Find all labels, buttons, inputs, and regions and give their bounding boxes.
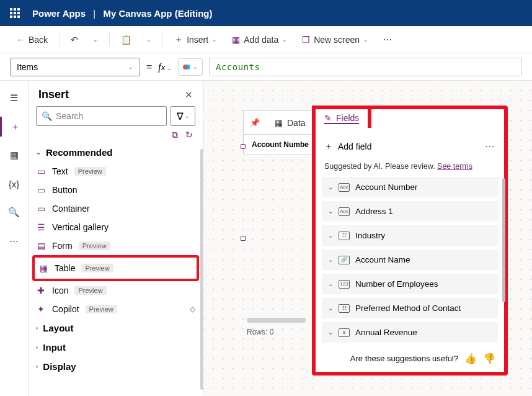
- currency-type-icon: $: [339, 328, 350, 337]
- insert-item-text[interactable]: ▭TextPreview: [32, 162, 199, 181]
- paste-button[interactable]: 📋: [115, 31, 138, 48]
- equals-label: =: [146, 61, 152, 73]
- back-button[interactable]: ← Back: [10, 31, 54, 48]
- command-bar: ← Back ↶ ⌄ 📋 ⌄ ＋ Insert ⌄ ▦ Add data ⌄ ❒…: [0, 26, 532, 53]
- scrollbar[interactable]: [502, 178, 505, 302]
- undo-button[interactable]: ↶: [64, 31, 84, 48]
- new-screen-button[interactable]: ❒ New screen ⌄: [296, 31, 375, 48]
- fields-panel: ✎ Fields ＋ Add field ⋯ Suggested by AI. …: [312, 106, 508, 376]
- selection-handle[interactable]: [241, 236, 246, 241]
- number-type-icon: 123: [339, 280, 350, 289]
- section-input[interactable]: ›Input: [32, 338, 199, 357]
- filter-button[interactable]: ∇⌄: [171, 106, 195, 126]
- title-bar: Power Apps | My Canvas App (Editing): [0, 0, 532, 26]
- arrow-left-icon: ←: [16, 35, 25, 45]
- insert-item-button[interactable]: ▭Button: [32, 181, 199, 199]
- optionset-type-icon: ☷: [339, 304, 350, 313]
- feedback-label: Are these suggestions useful?: [350, 354, 458, 363]
- section-recommended[interactable]: ⌄Recommended: [32, 143, 199, 162]
- undo-icon: ↶: [71, 35, 78, 45]
- braces-icon: {x}: [9, 179, 20, 189]
- table-icon: ▦: [38, 263, 48, 273]
- app-name: Power Apps: [32, 8, 86, 19]
- svg-point-1: [185, 65, 190, 70]
- field-item[interactable]: ⌄☷Preferred Method of Contact: [322, 298, 498, 318]
- field-item[interactable]: ⌄☷Industry: [322, 225, 498, 246]
- see-terms-link[interactable]: See terms: [437, 162, 472, 171]
- variables-rail[interactable]: {x}: [4, 174, 24, 194]
- insert-rail[interactable]: ＋: [5, 117, 25, 137]
- add-field-button[interactable]: ＋ Add field: [324, 141, 371, 152]
- copilot-icon: [182, 63, 191, 71]
- undo-split[interactable]: ⌄: [87, 33, 104, 47]
- tree-view-rail[interactable]: ☰: [4, 88, 24, 108]
- insert-item-container[interactable]: ▭Container: [32, 199, 199, 218]
- app-launcher-icon[interactable]: [6, 4, 24, 22]
- insert-item-table[interactable]: ▦TablePreview: [35, 259, 197, 277]
- insert-item-form[interactable]: ▤FormPreview: [32, 236, 199, 255]
- insert-item-icon[interactable]: ✚IconPreview: [32, 281, 199, 300]
- field-more-button[interactable]: ⋯: [485, 140, 495, 152]
- pin-icon[interactable]: 📌: [244, 118, 266, 127]
- left-rail: ☰ ＋ ▦ {x} 🔍 ⋯: [0, 81, 29, 396]
- selection-handle[interactable]: [241, 144, 246, 149]
- section-layout[interactable]: ›Layout: [32, 318, 199, 338]
- more-icon: ⋯: [9, 235, 19, 246]
- chevron-down-icon: ⌄: [128, 64, 133, 70]
- thumbs-down-button[interactable]: 👎: [483, 353, 495, 364]
- scrollbar[interactable]: [200, 149, 203, 390]
- ai-disclaimer: Suggested by AI. Please review. See term…: [316, 157, 504, 177]
- tab-fields[interactable]: ✎ Fields: [324, 113, 359, 124]
- data-icon: ▦: [232, 35, 240, 45]
- horizontal-scrollbar[interactable]: [247, 318, 306, 323]
- get-components-button[interactable]: ⧉: [172, 130, 178, 140]
- field-item[interactable]: ⌄🔗Account Name: [322, 250, 498, 270]
- field-item[interactable]: ⌄123Number of Employees: [322, 274, 498, 294]
- pane-title: Insert: [38, 88, 69, 101]
- data-rail[interactable]: ▦: [4, 145, 24, 165]
- plus-icon: ＋: [324, 141, 333, 152]
- gallery-icon: ☰: [36, 222, 46, 232]
- more-icon: ⋯: [383, 35, 392, 45]
- table-property-tabs: 📌 ▦Data: [243, 110, 315, 134]
- filter-icon: ∇: [177, 110, 184, 122]
- insert-pane: Insert ✕ 🔍 Search ∇⌄ ⧉ ↻ ⌄Recommended ▭T…: [29, 81, 203, 396]
- clipboard-icon: 📋: [121, 35, 131, 45]
- copilot-fx-button[interactable]: ⌄: [178, 58, 203, 76]
- doc-name: My Canvas App (Editing): [103, 8, 212, 19]
- shapes-icon: ✚: [36, 286, 46, 295]
- formula-bar: Items ⌄ = fx ⌄ ⌄: [0, 53, 532, 81]
- highlight-table-item: ▦TablePreview: [32, 255, 199, 281]
- rows-count: Rows: 0: [247, 328, 273, 336]
- search-icon: 🔍: [8, 207, 20, 218]
- insert-item-vgallery[interactable]: ☰Vertical gallery: [32, 218, 199, 236]
- paste-split[interactable]: ⌄: [140, 33, 157, 47]
- data-icon: ▦: [275, 118, 283, 128]
- insert-button[interactable]: ＋ Insert ⌄: [168, 30, 223, 49]
- form-icon: ▤: [36, 241, 46, 251]
- insert-item-copilot[interactable]: ✦CopilotPreview◇: [32, 300, 199, 318]
- plus-icon: ＋: [11, 121, 20, 133]
- add-data-button[interactable]: ▦ Add data ⌄: [226, 31, 293, 48]
- canvas[interactable]: 📌 ▦Data Account Numbe Rows: 0 ✎ Fields ＋…: [203, 81, 532, 396]
- property-dropdown[interactable]: Items ⌄: [10, 58, 140, 76]
- plus-icon: ＋: [174, 34, 183, 45]
- edit-icon: ✎: [324, 113, 332, 123]
- layers-icon: ☰: [10, 92, 18, 104]
- field-item[interactable]: ⌄$Annual Revenue: [322, 322, 498, 343]
- close-pane-button[interactable]: ✕: [185, 89, 193, 101]
- search-input[interactable]: 🔍 Search: [36, 106, 167, 126]
- thumbs-up-button[interactable]: 👍: [464, 353, 477, 364]
- overflow-button[interactable]: ⋯: [377, 31, 398, 48]
- formula-input[interactable]: [209, 58, 522, 76]
- section-display[interactable]: ›Display: [32, 357, 199, 376]
- tab-data[interactable]: ▦Data: [266, 111, 314, 134]
- search-rail[interactable]: 🔍: [4, 202, 24, 222]
- premium-icon: ◇: [190, 305, 195, 313]
- column-header[interactable]: Account Numbe: [243, 134, 317, 155]
- field-item[interactable]: ⌄AbcAccount Number: [322, 177, 498, 197]
- field-item[interactable]: ⌄AbcAddress 1: [322, 201, 498, 222]
- more-rail[interactable]: ⋯: [4, 231, 24, 251]
- refresh-button[interactable]: ↻: [185, 130, 193, 140]
- refresh-icon: ↻: [185, 130, 193, 140]
